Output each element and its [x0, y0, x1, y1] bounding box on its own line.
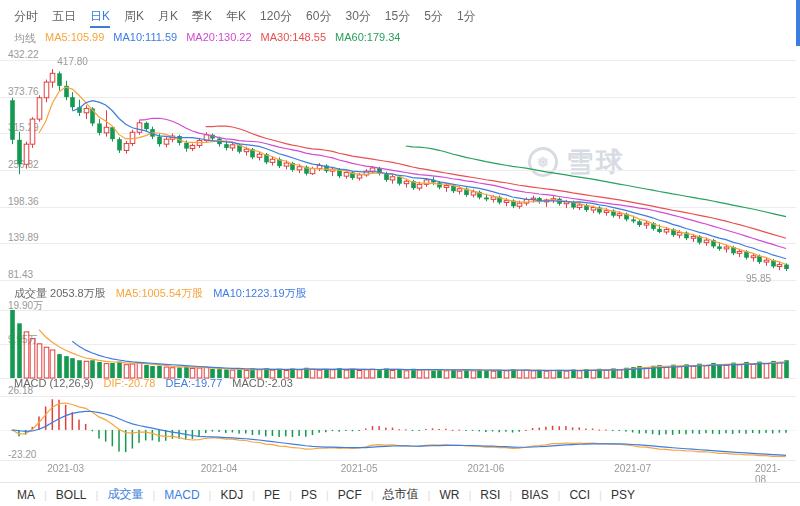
indicator-tab[interactable]: PSY: [602, 488, 644, 502]
macd-dea-value: DEA:-19.77: [165, 377, 222, 389]
ma-value: MA60:179.34: [335, 31, 400, 46]
kline-chart-canvas[interactable]: [0, 0, 800, 506]
ma-value: MA20:130.22: [186, 31, 251, 46]
scrollbar-thumb[interactable]: [796, 0, 800, 46]
volume-title: 成交量 2053.8万股: [14, 286, 106, 301]
ma-indicator-row: 均线 MA5:105.99MA10:111.59MA20:130.22MA30:…: [14, 31, 400, 46]
macd-hist-value: MACD:-2.03: [232, 377, 293, 389]
indicator-tab[interactable]: 总市值: [374, 486, 428, 503]
indicator-tab[interactable]: RSI: [471, 488, 509, 502]
indicator-tab[interactable]: PS: [292, 488, 326, 502]
period-tab[interactable]: 五日: [52, 8, 76, 28]
x-axis-label: 2021-07: [614, 463, 651, 474]
indicator-tab[interactable]: BOLL: [47, 488, 96, 502]
period-tab[interactable]: 30分: [345, 8, 370, 28]
macd-title: MACD (12,26,9): [14, 377, 93, 389]
macd-dif-value: DIF:-20.78: [103, 377, 155, 389]
indicator-tab[interactable]: CCI: [560, 488, 599, 502]
volume-ma10-value: MA10:1223.19万股: [213, 286, 307, 301]
x-axis-label: 2021-06: [468, 463, 505, 474]
kline-app: ❅ 雪球 432.22373.76315.29256.82198.36139.8…: [0, 0, 800, 506]
indicator-tab[interactable]: KDJ: [211, 488, 252, 502]
period-tab[interactable]: 15分: [385, 8, 410, 28]
indicator-tab[interactable]: WR: [430, 488, 468, 502]
period-tab[interactable]: 60分: [306, 8, 331, 28]
indicator-tab[interactable]: MACD: [155, 488, 208, 502]
volume-ma5-value: MA5:1005.54万股: [116, 286, 203, 301]
period-tab[interactable]: 年K: [226, 8, 246, 28]
period-tab[interactable]: 季K: [192, 8, 212, 28]
period-tab[interactable]: 月K: [158, 8, 178, 28]
indicator-tab[interactable]: BIAS: [512, 488, 557, 502]
ma-value: MA10:111.59: [113, 31, 177, 46]
ma-value: MA30:148.55: [261, 31, 326, 46]
period-tab[interactable]: 1分: [457, 8, 476, 28]
ma-value: MA5:105.99: [45, 31, 104, 46]
peak-price-label: 417.80: [57, 56, 88, 67]
macd-header: MACD (12,26,9) DIF:-20.78 DEA:-19.77 MAC…: [14, 377, 293, 389]
period-tab[interactable]: 5分: [424, 8, 443, 28]
indicator-tab[interactable]: PCF: [329, 488, 371, 502]
volume-header: 成交量 2053.8万股 MA5:1005.54万股 MA10:1223.19万…: [14, 286, 307, 301]
x-axis-label: 2021-04: [201, 463, 238, 474]
ma-prefix-label: 均线: [14, 31, 36, 46]
indicator-tab[interactable]: MA: [8, 488, 44, 502]
x-axis-label: 2021-05: [341, 463, 378, 474]
period-tab[interactable]: 分时: [14, 8, 38, 28]
period-tab[interactable]: 周K: [124, 8, 144, 28]
indicator-tabbar: MA|BOLL|成交量|MACD|KDJ|PE|PS|PCF|总市值|WR|RS…: [0, 482, 800, 506]
period-tabs: 分时五日日K周K月K季K年K120分60分30分15分5分1分: [14, 8, 476, 28]
indicator-tab[interactable]: 成交量: [98, 486, 152, 503]
period-tab[interactable]: 日K: [90, 8, 110, 28]
period-tab[interactable]: 120分: [260, 8, 292, 28]
indicator-tab[interactable]: PE: [255, 488, 289, 502]
low-price-label: 95.85: [746, 273, 771, 284]
x-axis-label: 2021-03: [47, 463, 84, 474]
